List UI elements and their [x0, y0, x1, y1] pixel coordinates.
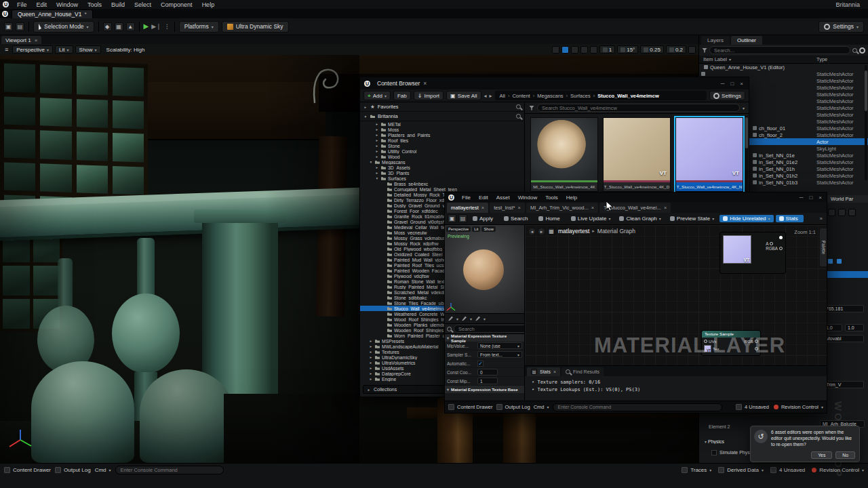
back-icon[interactable]: ◂	[529, 228, 535, 235]
node-output-pin[interactable]: A	[766, 241, 783, 246]
viewport-tab[interactable]: Viewport 1	[1, 36, 41, 44]
details-icon[interactable]	[828, 209, 835, 216]
menu-item[interactable]: Window	[514, 195, 541, 201]
close-icon[interactable]	[35, 37, 38, 43]
back-icon[interactable]: ◂	[484, 93, 487, 99]
breadcrumb-item[interactable]: Surfaces	[564, 93, 591, 99]
menu-item[interactable]: Help	[562, 195, 581, 201]
close-icon[interactable]: ×	[740, 81, 743, 87]
tab-world-partition[interactable]: World Par	[827, 195, 868, 203]
material-toolbar-button[interactable]: Preview State ▾	[667, 215, 717, 222]
snap-setting[interactable]: 0.25	[640, 45, 664, 54]
edit-icon[interactable]	[475, 317, 480, 321]
details-section-header[interactable]: ▾Material Expression Texture Base	[445, 386, 524, 393]
play-button[interactable]: ▶	[144, 23, 149, 30]
material-toolbar-button[interactable]: Stats	[776, 215, 804, 222]
chevron-down-icon[interactable]: ▾	[743, 106, 745, 110]
asset-tile[interactable]: MI_Stucco_Wall_ve4meimcw_4K	[530, 117, 598, 192]
details-icon[interactable]	[838, 209, 846, 216]
selection-mode-dropdown[interactable]: Selection Mode▾	[33, 21, 94, 33]
outliner-search-input[interactable]	[709, 46, 850, 54]
selected-property-row[interactable]	[823, 271, 868, 278]
viewport-mode-dropdown[interactable]: Perspective▾	[12, 45, 53, 54]
folder-tree-item[interactable]: Brass_se4nbexc	[360, 181, 524, 186]
asset-tile[interactable]: VT T_Stucco_Wall_ve4meimcw_4K_D	[603, 117, 671, 192]
menu-item[interactable]: Tools	[541, 195, 562, 201]
import-button[interactable]: ⇓ Import	[414, 91, 443, 100]
material-toolbar-button[interactable]: Apply	[469, 215, 498, 222]
breadcrumb-item[interactable]: Stucco_Wall_ve4meimcw	[591, 93, 659, 99]
property-number-field[interactable]: 1	[477, 378, 498, 384]
asset-editor-tab[interactable]: test_Inst*	[490, 203, 525, 213]
fab-button[interactable]: Fab	[393, 91, 411, 100]
blueprint-icon[interactable]: ◆	[103, 22, 112, 31]
pin-icon[interactable]	[779, 236, 783, 239]
outliner-row[interactable]: Queen_Anne_House_V1 (Editor)	[699, 64, 868, 70]
revision-control-button[interactable]: Revision Control▾	[774, 403, 823, 411]
simulate-physics-row[interactable]: Simulate Physics	[711, 450, 755, 455]
cmd-dropdown[interactable]: Cmd▾	[95, 466, 111, 474]
viewport-mode-dropdown[interactable]: Show▾	[75, 45, 101, 54]
asset-panel-scrollbar[interactable]	[745, 116, 748, 197]
physics-section-header[interactable]: ▾ Physics	[705, 439, 724, 444]
folder-tree-item[interactable]: ▸ METal	[360, 121, 524, 127]
asset-search-input[interactable]	[537, 104, 740, 112]
folder-tree-item[interactable]: ▸ Stone	[360, 143, 524, 148]
folder-tree-item[interactable]: ▸ Wood	[360, 154, 524, 159]
forward-icon[interactable]: ▸	[490, 93, 492, 99]
menu-item[interactable]: Window	[52, 1, 83, 8]
material-preview-viewport[interactable]: PerspectiveLitShow Previewing	[445, 225, 524, 313]
ultra-dynamic-sky-button[interactable]: Ultra Dynamic Sky	[222, 21, 289, 33]
close-icon[interactable]: ×	[818, 195, 822, 201]
scale-y-field[interactable]: 1.0	[845, 324, 864, 331]
settings-dropdown[interactable]: Settings▾	[818, 21, 864, 33]
viewport-options-icon[interactable]: ≡	[3, 46, 10, 53]
texture-sample-node-selected[interactable]: VT A RGBA	[719, 232, 786, 274]
preview-mode-dropdown[interactable]: Show	[481, 226, 496, 232]
folder-tree-item[interactable]: ▸ Plasters_and_Paints	[360, 132, 524, 138]
palette-tab[interactable]: Palette	[820, 228, 827, 266]
breadcrumb-item[interactable]: Megascans	[530, 93, 564, 99]
menu-item[interactable]: Select	[130, 1, 156, 8]
content-drawer-button[interactable]: Content Drawer	[4, 466, 51, 474]
property-row[interactable]: Const Coo... 0▾ 0	[445, 368, 524, 377]
close-icon[interactable]	[553, 369, 556, 374]
project-root-row[interactable]: ▾ Britannia	[360, 112, 524, 121]
menu-item[interactable]: Edit	[32, 1, 52, 8]
folder-tree-item[interactable]: ▸ 3D_Plants	[360, 170, 524, 176]
folder-tree-item[interactable]: ▾ Surfaces	[360, 176, 524, 181]
asset-editor-tab[interactable]: MI_Arh_Trim_Vic_wood...	[526, 203, 598, 213]
folder-tree-item[interactable]: Corrugated_Metal_Sheet_teen	[360, 186, 524, 192]
cmd-dropdown[interactable]: Cmd▾	[534, 403, 549, 411]
filter-icon[interactable]	[529, 106, 534, 110]
tab-find-results[interactable]: Find Results	[561, 367, 604, 376]
tab-outliner[interactable]: Outliner	[731, 36, 762, 45]
menu-item[interactable]: Tools	[83, 1, 106, 8]
material-graph-canvas[interactable]: ◂ ▸ ▦ matlayertest ▸ Material Graph Zoom…	[525, 225, 827, 365]
folder-tree-item[interactable]: ▸ Moss	[360, 127, 524, 132]
folder-tree-item[interactable]: ▾ Megascans	[360, 159, 524, 165]
details-search-input[interactable]	[454, 325, 524, 333]
outliner-settings-icon[interactable]	[859, 47, 865, 54]
unsaved-button[interactable]: 4 Unsaved	[736, 403, 769, 411]
node-output-pin[interactable]: RGBA	[766, 246, 783, 251]
breadcrumb-item[interactable]: All	[500, 93, 505, 99]
property-dropdown[interactable]: From text...▾	[477, 351, 522, 358]
derived-data-dropdown[interactable]: Derived Data▾	[718, 466, 764, 474]
favorite-icon[interactable]	[828, 259, 833, 264]
output-log-button[interactable]: Output Log	[496, 403, 530, 411]
content-browser-settings-button[interactable]: Settings	[709, 91, 745, 100]
content-drawer-button[interactable]: Content Drawer	[448, 403, 493, 411]
maximize-icon[interactable]: □	[730, 81, 734, 87]
asset-tile[interactable]: VT T_Stucco_Wall_ve4meimcw_4K_N	[675, 117, 743, 192]
toolbar-overflow-icon[interactable]: »	[820, 216, 824, 222]
mobility-dropdown[interactable]: Movabl	[823, 335, 864, 342]
material-toolbar-button[interactable]: Clean Graph ▾	[616, 215, 664, 222]
folder-tree-item[interactable]: ▸ Roof_tiles	[360, 138, 524, 143]
property-row[interactable]: Const Mip... 1▾ 1	[445, 377, 524, 386]
world-coords-icon[interactable]	[590, 46, 597, 54]
edit-icon[interactable]	[462, 317, 467, 321]
outliner-scrollbar[interactable]	[865, 65, 867, 180]
console-command-input[interactable]: Enter Console Command	[115, 466, 224, 474]
filter-icon[interactable]	[702, 48, 707, 53]
